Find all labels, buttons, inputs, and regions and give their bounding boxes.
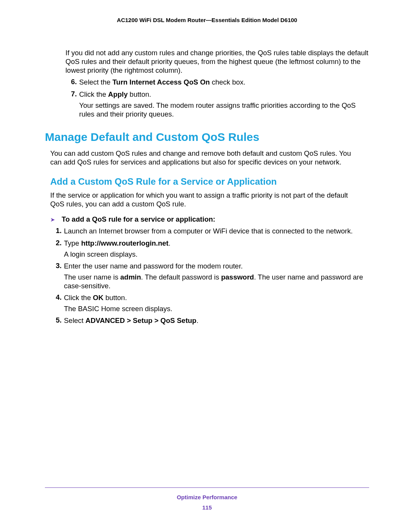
step-bold: OK [93,294,104,302]
step-text: . The default password is [141,273,221,281]
intro-paragraph: If you did not add any custom rules and … [65,48,369,75]
step-text: Enter the user name and password for the… [64,262,369,270]
triangle-icon: ➤ [50,215,62,223]
step-number: 5. [50,316,64,325]
page-footer: Optimize Performance 115 [45,487,369,511]
footer-rule [45,487,369,488]
step-text: Type [64,239,81,247]
step-number: 3. [50,262,64,290]
step-text: . [169,239,170,247]
step-bold: Turn Internet Access QoS On [112,78,210,86]
step-text: . [196,316,198,324]
step-number: 1. [50,227,64,235]
section-heading: Manage Default and Custom QoS Rules [45,131,369,144]
step-text: Click the [79,90,108,98]
section-paragraph: You can add custom QoS rules and change … [50,149,364,166]
subsection-paragraph: If the service or application for which … [50,191,364,208]
step-after: Your settings are saved. The modem route… [79,101,369,118]
step-bold: Apply [108,90,127,98]
step-7: 7. Click the Apply button. Your settings… [65,90,369,118]
step-bold: admin [120,273,141,281]
step-text: Select the [79,78,112,86]
step-4: 4. Click the OK button. The BASIC Home s… [50,293,369,313]
step-after: The BASIC Home screen displays. [64,304,369,313]
step-after: A login screen displays. [64,250,369,259]
step-bold: http://www.routerlogin.net [81,239,169,247]
step-text: Select [64,316,86,324]
step-number: 6. [65,78,79,86]
step-3: 3. Enter the user name and password for … [50,262,369,290]
procedure-intro: To add a QoS rule for a service or appli… [62,215,215,224]
step-text: button. [127,90,151,98]
page: AC1200 WiFi DSL Modem Router—Essentials … [0,0,411,532]
step-1: 1. Launch an Internet browser from a com… [50,227,369,235]
step-text: The user name is [64,273,120,281]
step-bold: ADVANCED > Setup > QoS Setup [86,316,197,324]
step-number: 7. [65,90,79,118]
step-2: 2. Type http://www.routerlogin.net. A lo… [50,239,369,259]
step-text: button. [104,294,127,302]
step-6: 6. Select the Turn Internet Access QoS O… [65,78,369,86]
step-bold: password [221,273,254,281]
step-number: 4. [50,293,64,313]
step-5: 5. Select ADVANCED > Setup > QoS Setup. [50,316,369,325]
page-number: 115 [45,504,369,511]
doc-header: AC1200 WiFi DSL Modem Router—Essentials … [45,17,369,23]
step-number: 2. [50,239,64,259]
footer-section: Optimize Performance [45,494,369,500]
step-text: Launch an Internet browser from a comput… [64,227,369,235]
subsection-heading: Add a Custom QoS Rule for a Service or A… [50,176,369,187]
step-text: Click the [64,294,93,302]
step-text: check box. [210,78,245,86]
